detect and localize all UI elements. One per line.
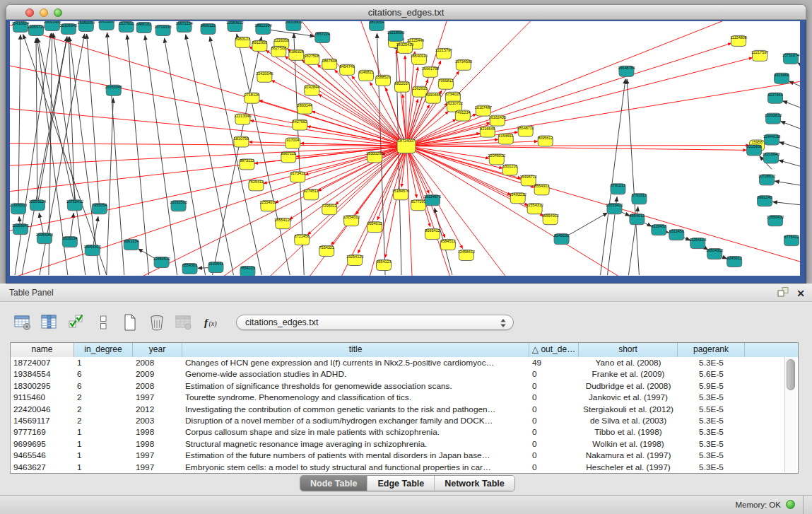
cell-year[interactable]: 1998 <box>133 426 182 438</box>
cell-name[interactable]: 14569117 <box>11 415 74 426</box>
table-row[interactable]: 977716911998Corpus callosum shape and si… <box>11 426 798 438</box>
cell-pagerank[interactable]: 5.6E-5 <box>678 368 745 380</box>
cell-out_degree[interactable]: 0 <box>529 450 579 461</box>
cell-short[interactable]: de Silva et al. (2003) <box>579 415 678 426</box>
cell-in_degree[interactable]: 1 <box>74 438 133 450</box>
cell-name[interactable]: 19384554 <box>11 368 74 380</box>
cell-pagerank[interactable]: 5.3E-5 <box>678 426 745 438</box>
cell-in_degree[interactable]: 6 <box>74 380 133 392</box>
cell-pagerank[interactable]: 5.3E-5 <box>678 450 745 461</box>
select-columns-icon[interactable] <box>65 311 88 334</box>
cell-in_degree[interactable]: 1 <box>74 450 133 461</box>
table-row[interactable]: 1872400712008Changes of HCN gene express… <box>11 357 798 368</box>
cell-name[interactable]: 9465546 <box>11 450 74 461</box>
cell-name[interactable]: 18724007 <box>11 357 74 368</box>
cell-title[interactable]: Investigating the contribution of common… <box>182 404 529 415</box>
column-header-name[interactable]: name <box>11 343 74 357</box>
column-header-title[interactable]: title <box>182 343 529 357</box>
cell-year[interactable]: 2009 <box>133 368 182 380</box>
table-row[interactable]: 1938455462009Genome-wide association stu… <box>11 368 798 380</box>
cell-short[interactable]: Hescheler et al. (1997) <box>579 462 678 473</box>
cell-name[interactable]: 18300295 <box>11 380 74 392</box>
table-row[interactable]: 946554611997Estimation of the future num… <box>11 450 798 461</box>
cell-title[interactable]: Disruption of a novel member of a sodium… <box>182 415 529 426</box>
column-header-year[interactable]: year <box>133 343 182 357</box>
cell-in_degree[interactable]: 6 <box>74 368 133 380</box>
cell-pagerank[interactable]: 5.3E-5 <box>678 438 745 450</box>
table-row[interactable]: 1456911722003Disruption of a novel membe… <box>11 415 798 426</box>
cell-title[interactable]: Estimation of the future numbers of pati… <box>182 450 529 461</box>
cell-pagerank[interactable]: 5.3E-5 <box>678 357 745 368</box>
table-row[interactable]: 1830029562008Estimation of significance … <box>11 380 798 392</box>
float-panel-icon[interactable] <box>777 286 789 300</box>
column-header-pagerank[interactable]: pagerank <box>678 343 745 357</box>
cell-title[interactable]: Changes of HCN gene expression and I(f) … <box>182 357 529 368</box>
cell-out_degree[interactable]: 0 <box>529 368 579 380</box>
cell-out_degree[interactable]: 0 <box>529 438 579 450</box>
cell-in_degree[interactable]: 1 <box>74 426 133 438</box>
cell-title[interactable]: Genome-wide association studies in ADHD. <box>182 368 529 380</box>
cell-pagerank[interactable]: 5.3E-5 <box>678 462 745 473</box>
cell-year[interactable]: 1998 <box>133 438 182 450</box>
function-builder-icon[interactable]: f(x) <box>199 311 222 334</box>
memory-ok-indicator[interactable] <box>786 500 795 509</box>
cell-out_degree[interactable]: 0 <box>529 415 579 426</box>
table-settings-icon[interactable] <box>11 311 34 334</box>
cell-year[interactable]: 2012 <box>133 404 182 415</box>
cell-short[interactable]: Tibbo et al. (1998) <box>579 426 678 438</box>
cell-short[interactable]: Franke et al. (2009) <box>579 368 678 380</box>
cell-year[interactable]: 2008 <box>133 357 182 368</box>
cell-year[interactable]: 1997 <box>133 392 182 403</box>
cell-name[interactable]: 9699695 <box>11 438 74 450</box>
cell-out_degree[interactable]: 0 <box>529 380 579 392</box>
cell-title[interactable]: Embryonic stem cells: a model to study s… <box>182 462 529 473</box>
cell-in_degree[interactable]: 2 <box>74 404 133 415</box>
cell-year[interactable]: 1997 <box>133 450 182 461</box>
cell-pagerank[interactable]: 5.3E-5 <box>678 415 745 426</box>
cell-short[interactable]: Stergiakouli et al. (2012) <box>579 404 678 415</box>
cell-name[interactable]: 9463627 <box>11 462 74 473</box>
cell-name[interactable]: 9777169 <box>11 426 74 438</box>
table-row[interactable]: 946362711997Embryonic stem cells: a mode… <box>11 462 798 473</box>
cell-out_degree[interactable]: 0 <box>529 392 579 403</box>
cell-short[interactable]: Nakamura et al. (1997) <box>579 450 678 461</box>
delete-column-icon[interactable] <box>146 311 168 334</box>
column-header-in_degree[interactable]: in_degree <box>74 343 133 357</box>
cell-name[interactable]: 9115460 <box>11 392 74 403</box>
cell-name[interactable]: 22420046 <box>11 404 74 415</box>
cell-year[interactable]: 2003 <box>133 415 182 426</box>
cell-short[interactable]: Jankovic et al. (1997) <box>579 392 678 403</box>
new-column-icon[interactable] <box>119 311 141 334</box>
cell-pagerank[interactable]: 5.5E-5 <box>678 404 745 415</box>
table-row[interactable]: 911546021997Tourette syndrome. Phenomeno… <box>11 392 798 403</box>
cell-title[interactable]: Structural magnetic resonance image aver… <box>182 438 529 450</box>
cell-title[interactable]: Estimation of significance thresholds fo… <box>182 380 529 392</box>
cell-out_degree[interactable]: 0 <box>529 426 579 438</box>
cell-in_degree[interactable]: 1 <box>74 357 133 368</box>
cell-in_degree[interactable]: 1 <box>74 462 133 473</box>
cell-out_degree[interactable]: 0 <box>529 404 579 415</box>
tab-node-table[interactable]: Node Table <box>300 476 367 491</box>
cell-short[interactable]: Yano et al. (2008) <box>579 357 678 368</box>
column-visibility-icon[interactable] <box>38 311 61 334</box>
cell-year[interactable]: 1997 <box>133 462 182 473</box>
column-header-out_de[interactable]: △ out_de… <box>529 343 579 357</box>
table-vertical-scrollbar[interactable] <box>784 357 796 472</box>
cell-title[interactable]: Tourette syndrome. Phenomenology and cla… <box>182 392 529 403</box>
network-graph-svg[interactable]: 1872400789601238912955222605886275088186… <box>10 21 800 276</box>
cell-out_degree[interactable]: 49 <box>529 357 579 368</box>
cell-year[interactable]: 2008 <box>133 380 182 392</box>
delete-table-icon[interactable] <box>172 311 195 334</box>
scrollbar-thumb[interactable] <box>787 359 795 390</box>
window-titlebar[interactable]: citations_edges.txt <box>6 4 806 20</box>
cell-in_degree[interactable]: 2 <box>74 392 133 403</box>
table-row[interactable]: 2242004622012Investigating the contribut… <box>11 404 798 415</box>
network-canvas[interactable]: 1872400789601238912955222605886275088186… <box>10 21 800 276</box>
table-row[interactable]: 969969511998Structural magnetic resonanc… <box>11 438 798 450</box>
close-panel-icon[interactable]: ✕ <box>796 288 805 299</box>
tab-network-table[interactable]: Network Table <box>434 476 514 491</box>
cell-title[interactable]: Corpus callosum shape and size in male p… <box>182 426 529 438</box>
cell-pagerank[interactable]: 5.3E-5 <box>678 392 745 403</box>
table-selector-dropdown[interactable]: citations_edges.txt <box>236 315 514 330</box>
cell-pagerank[interactable]: 5.9E-5 <box>678 380 745 392</box>
